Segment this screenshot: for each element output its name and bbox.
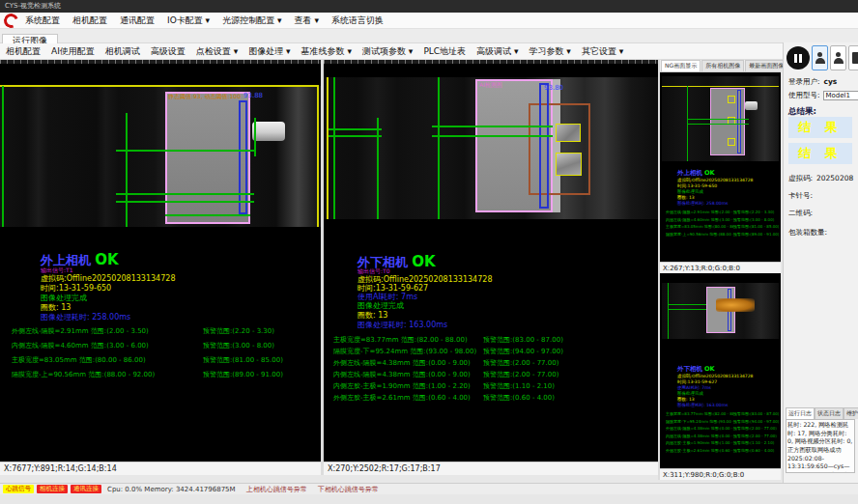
thumbnail-panel-lower[interactable]: 外下相机 OK 虚拟码:Offline20250208133134728 时间:… (660, 273, 781, 480)
camera-panel-lower[interactable]: AI检测图 93.80 外下相机 OK 输出信号:T0 虚拟码:Offline2… (324, 60, 658, 475)
window-titlebar[interactable]: CYS-视觉检测系统 (0, 0, 858, 13)
cpu-memory-text: Cpu: 0.0% Memory: 3424.41796875M (107, 486, 236, 493)
result-badge-upper: 结 果 (788, 117, 852, 138)
toolbar-item[interactable]: 图像处理 ▾ (248, 45, 290, 58)
measurement-text: 内侧左线-隔膜=4.60mm 范围:(3.00 - 6.00) (666, 217, 733, 222)
threshold-overlay-label: 静态阈值:93, 动态阈值:100 (168, 93, 241, 101)
camera-image-upper[interactable] (0, 86, 321, 227)
pixel-status-bar: X:311;Y:980;R:0;G:0;B:0 (660, 468, 781, 480)
mini-highlight-region (716, 298, 755, 312)
exit-door-icon (852, 52, 858, 64)
toolbar-item[interactable]: 高级设置 (151, 45, 186, 58)
measure-line-h2 (116, 193, 254, 195)
mini-measurement-list: 外侧左线-隔膜=2.91mm 范围:(2.00 - 3.50) 预警范围:(2.… (666, 210, 779, 238)
menubar: 系统配置相机配置通讯配置IO卡配置 ▾光源控制配置 ▾查看 ▾系统语言切换 (0, 13, 858, 29)
model-select[interactable]: Model1 (823, 91, 858, 100)
thumbnail-tab[interactable]: 最新画面图像 (745, 60, 787, 71)
mini-measure-h1 (687, 119, 749, 120)
menu-item[interactable]: 系统配置 (25, 14, 60, 27)
mini-result: OK (704, 365, 715, 373)
mini-vcode: 虚拟码:Offline20250208133134728 (677, 374, 753, 378)
measurement-warn: 预警范围:(2.00 - 77.00) (483, 358, 558, 368)
log-tab[interactable]: 运行日志 (786, 407, 815, 419)
menu-item[interactable]: IO卡配置 ▾ (167, 14, 210, 27)
measurement-row: 内侧左线-隔膜=4.38mm 范围:(0.00 - 9.00) 预警范围:(2.… (333, 370, 654, 381)
qr-code-label: 二维码: (788, 209, 813, 218)
measurement-warn: 预警范围:(2.00 - 77.00) (733, 434, 777, 438)
measurement-row: 外侧左线-隔膜=4.38mm 范围:(0.00 - 9.00) 预警范围:(2.… (666, 426, 779, 434)
toolbar-item[interactable]: 测试项参数 ▾ (362, 45, 413, 58)
toolbar-item[interactable]: 相机配置 (6, 45, 41, 58)
measure-line-h1 (432, 126, 553, 127)
menu-item[interactable]: 通讯配置 (120, 14, 155, 27)
measurement-row: 外侧左线-隔膜=2.91mm 范围:(2.00 - 3.50) 预警范围:(2.… (666, 210, 779, 217)
mini-count: 圈数: 13 (677, 397, 695, 402)
defect-patch-1 (556, 124, 581, 142)
virtual-code-value: 20250208 (816, 174, 853, 182)
camera-panel-upper[interactable]: 静态阈值:93, 动态阈值:100 93.88 外上相机 OK 输出信号:T1 … (0, 60, 321, 475)
mini-result: OK (704, 169, 715, 177)
view-tab-row: 运行图像 (0, 29, 858, 43)
user-icon (815, 52, 825, 64)
measurement-text: 主极宽度=83.05mm 范围:(80.00 - 86.00) (666, 224, 733, 229)
thumbnail-tab[interactable]: 所有相机图像 (701, 60, 744, 71)
measurement-warn: 预警范围:(3.00 - 8.00) (733, 217, 774, 222)
measurement-warn: 预警范围:(83.00 - 87.00) (483, 335, 563, 345)
detected-cell-region (165, 92, 250, 224)
pause-icon[interactable] (786, 46, 810, 70)
menu-item[interactable]: 系统语言切换 (331, 14, 384, 27)
overlay-baseline-yellow (0, 85, 319, 87)
log-tab[interactable]: 状态日志 (815, 407, 844, 419)
image-ruler (324, 60, 658, 64)
toolbar: 相机配置AI使用配置相机调试高级设置点检设置 ▾图像处理 ▾基准线参数 ▾测试项… (0, 43, 783, 60)
comm-connect-badge: 通讯连接 (71, 485, 101, 493)
measurement-warn: 预警范围:(3.00 - 8.00) (203, 341, 274, 350)
measurement-text: 内侧左胶-主极=1.90mm 范围:(1.00 - 2.20) (666, 440, 733, 445)
mini-guide-line (668, 283, 669, 339)
menu-item[interactable]: 相机配置 (72, 14, 107, 27)
toolbar-item[interactable]: 相机调试 (105, 45, 140, 58)
login-user-value: cys (824, 77, 838, 86)
measurement-warn: 预警范围:(94.00 - 97.00) (733, 419, 779, 424)
toolbar-item[interactable]: 点检设置 ▾ (196, 45, 238, 58)
overlay-guide-line (333, 77, 335, 219)
measure-line-h4 (165, 214, 250, 216)
toolbar-item[interactable]: PLC地址表 (423, 45, 466, 58)
thumbnail-panel-upper[interactable]: 外上相机 OK 虚拟码:Offline20250208133134728 时间:… (660, 72, 781, 273)
log-tabs: 运行日志状态日志维护日志 (786, 407, 858, 419)
control-buttons (786, 45, 858, 70)
user-login-button[interactable] (812, 45, 828, 70)
log-text-area[interactable]: 耗时: 222, 网络检测耗时: 17, 网络分类耗时: 0, 网络视频分区耗时… (786, 419, 855, 473)
measurement-text: 隔膜宽度-下=95.24mm 范围:(93.00 - 98.00) (666, 419, 733, 424)
mini-yellow-line (662, 86, 779, 87)
overlay-guide-line3 (438, 77, 440, 219)
toolbar-item[interactable]: 高级调试 ▾ (476, 45, 518, 58)
measurement-warn: 预警范围:(2.20 - 3.30) (733, 210, 774, 214)
image-ruler (0, 60, 321, 64)
mini-marker-3 (728, 138, 735, 146)
measure-bar-value: 93.88 (243, 92, 263, 99)
mini-count: 圈数: 13 (677, 195, 695, 200)
measurement-warn: 预警范围:(89.00 - 91.00) (203, 370, 283, 379)
measurement-warn: 预警范围:(0.60 - 4.00) (483, 393, 555, 403)
measure-bar-blue (539, 83, 549, 209)
menu-item[interactable]: 光源控制配置 ▾ (222, 14, 281, 27)
elapsed-line: 图像处理耗时: 258.00ms (41, 312, 130, 322)
overlay-guide-line2 (377, 118, 379, 219)
measurement-row: 外侧左胶-主极=2.61mm 范围:(0.60 - 4.00) 预警范围:(0.… (333, 393, 654, 405)
measurement-text: 内侧左线-隔膜=4.60mm 范围:(3.00 - 6.00) (12, 341, 203, 350)
toolbar-item[interactable]: 其它设置 ▾ (582, 45, 623, 58)
measurement-text: 外侧左线-隔膜=4.38mm 范围:(0.00 - 9.00) (666, 426, 733, 431)
toolbar-item[interactable]: 基准线参数 ▾ (301, 45, 352, 58)
exit-button[interactable] (848, 45, 858, 70)
toolbar-item[interactable]: AI使用配置 (51, 45, 95, 58)
measurement-row: 内侧左线-隔膜=4.38mm 范围:(0.00 - 9.00) 预警范围:(2.… (666, 434, 779, 441)
menu-item[interactable]: 查看 ▾ (295, 14, 319, 27)
log-tab[interactable]: 维护日志 (844, 407, 858, 419)
pin-number-label: 卡针号: (788, 191, 813, 201)
thumbnail-tab[interactable]: NG画面显示 (661, 60, 701, 71)
bottom-status-bar: 心跳信号 相机连接 通讯连接 Cpu: 0.0% Memory: 3424.41… (0, 483, 858, 494)
box-count-label: 包装箱数量: (788, 228, 827, 238)
user-switch-button[interactable] (830, 45, 846, 70)
toolbar-item[interactable]: 学习参数 ▾ (529, 45, 571, 58)
